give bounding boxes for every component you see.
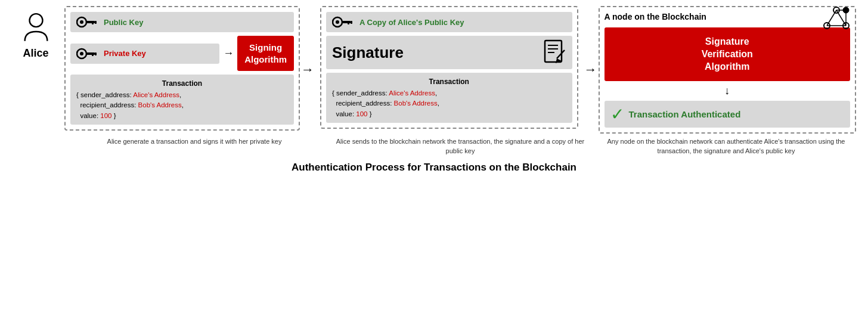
private-key-box: Private Key xyxy=(70,44,219,64)
arrow-to-signing: → xyxy=(223,47,234,60)
alice-label: Alice xyxy=(23,47,48,60)
svg-rect-9 xyxy=(92,52,94,56)
node-label: A node on the Blockchain xyxy=(604,12,851,21)
green-checkmark: ✓ xyxy=(610,104,624,124)
private-key-row: Private Key → Signing Algorithm xyxy=(70,36,294,71)
svg-point-0 xyxy=(29,14,42,27)
transaction-auth-box: ✓ Transaction Authenticated xyxy=(604,101,851,128)
svg-point-12 xyxy=(336,20,339,24)
arrow-panel2-panel3: → xyxy=(583,62,599,78)
svg-point-2 xyxy=(80,20,83,24)
transaction-box-1: Transaction { sender_address: Alice's Ad… xyxy=(70,75,294,125)
public-key-box: Public Key xyxy=(70,12,294,32)
arrow-down-to-auth: ↓ xyxy=(604,85,851,97)
svg-rect-5 xyxy=(95,21,97,24)
svg-rect-16 xyxy=(545,41,562,62)
public-key-icon xyxy=(76,16,99,29)
signing-algo-box: Signing Algorithm xyxy=(237,36,294,71)
transaction-box-2: Transaction { sender_address: Alice's Ad… xyxy=(326,73,572,123)
panel-2: A Copy of Alice's Public Key Signature xyxy=(320,6,578,129)
caption-1: Alice generate a transaction and signs i… xyxy=(64,137,324,156)
svg-rect-4 xyxy=(92,21,94,24)
main-diagram: Alice Public Key xyxy=(12,6,856,174)
copy-pubkey-icon xyxy=(332,16,355,29)
diagram-area: Alice Public Key xyxy=(12,6,856,134)
caption-3: Any node on the blockchain network can a… xyxy=(596,137,856,156)
svg-rect-10 xyxy=(95,52,97,55)
panel-1: Public Key Private Key → Signing xyxy=(64,6,300,131)
transaction-auth-label: Transaction Authenticated xyxy=(629,109,741,119)
captions-row: Alice generate a transaction and signs i… xyxy=(12,137,856,156)
svg-line-20 xyxy=(557,50,565,58)
private-key-label: Private Key xyxy=(104,49,146,58)
bottom-title: Authentication Process for Transactions … xyxy=(292,162,576,174)
arrow-panel1-panel2: → xyxy=(300,62,315,78)
caption-2: Alice sends to the blockchain network th… xyxy=(330,137,590,156)
svg-rect-15 xyxy=(351,21,352,24)
panel-3: A node on the Blockchain Signature xyxy=(599,6,857,134)
svg-point-7 xyxy=(80,52,83,55)
public-key-label: Public Key xyxy=(104,18,143,27)
svg-line-26 xyxy=(827,10,836,26)
signature-label: Signature xyxy=(332,44,537,62)
alice-section: Alice xyxy=(12,6,60,60)
copy-pubkey-label: A Copy of Alice's Public Key xyxy=(359,18,464,27)
signature-box: Signature xyxy=(326,36,572,69)
copy-pubkey-box: A Copy of Alice's Public Key xyxy=(326,12,572,32)
document-icon xyxy=(544,39,566,66)
blockchain-node-icon xyxy=(821,4,852,38)
network-icon xyxy=(821,4,852,35)
svg-rect-14 xyxy=(348,21,349,24)
private-key-icon xyxy=(76,47,99,60)
alice-avatar xyxy=(20,12,52,45)
sig-ver-algo-box: Signature Verification Algorithm xyxy=(604,27,851,81)
